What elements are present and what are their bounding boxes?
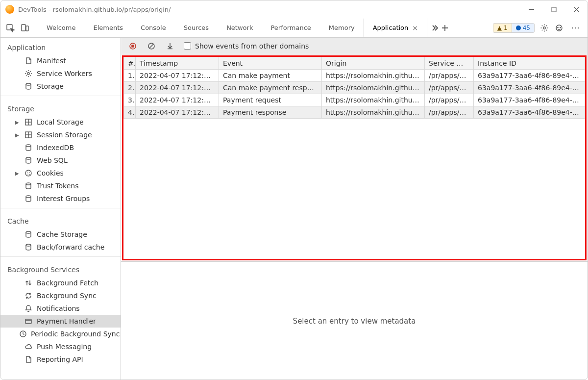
tab-network[interactable]: Network xyxy=(218,18,262,37)
sidebar-item-label: Cookies xyxy=(37,169,64,177)
cell-id: 63a9a177-3aa6-4f86-89e4-1… xyxy=(474,70,585,82)
cell-ev: Can make payment response xyxy=(219,82,322,94)
cell-sw: /pr/apps/ori… xyxy=(425,94,474,106)
tab-label: Console xyxy=(141,24,166,31)
devtools-app-icon xyxy=(5,5,14,14)
col-num[interactable]: # xyxy=(124,57,136,70)
window-close-button[interactable] xyxy=(565,0,588,18)
tab-application[interactable]: Application × xyxy=(364,18,427,37)
cell-sw: /pr/apps/ori… xyxy=(425,70,474,82)
more-tabs-icon[interactable] xyxy=(430,23,440,33)
db-icon xyxy=(24,194,33,203)
sidebar-item-cookies[interactable]: ▶Cookies xyxy=(0,167,121,179)
col-event[interactable]: Event xyxy=(219,57,322,70)
file-icon xyxy=(24,355,33,364)
card-icon xyxy=(24,317,33,326)
sidebar-item-back-forward-cache[interactable]: Back/forward cache xyxy=(0,241,121,253)
tab-label: Network xyxy=(226,24,253,31)
events-table[interactable]: # Timestamp Event Origin Service Wor… In… xyxy=(123,57,585,119)
sidebar-item-trust-tokens[interactable]: Trust Tokens xyxy=(0,179,121,192)
cell-ts: 2022-04-07 17:12:13.6… xyxy=(136,94,219,106)
tab-memory[interactable]: Memory xyxy=(320,18,364,37)
col-sw[interactable]: Service Wor… xyxy=(425,57,474,70)
save-button[interactable] xyxy=(165,41,175,51)
svg-point-4 xyxy=(543,26,545,28)
table-row[interactable]: 32022-04-07 17:12:13.6…Payment requestht… xyxy=(124,94,585,106)
application-sidebar[interactable]: Application ManifestService WorkersStora… xyxy=(0,38,121,380)
cell-or: https://rsolomakhin.github.io/ xyxy=(322,106,425,119)
sync-icon xyxy=(24,291,33,300)
tab-elements[interactable]: Elements xyxy=(84,18,132,37)
tab-sources[interactable]: Sources xyxy=(175,18,218,37)
close-icon[interactable]: × xyxy=(412,24,418,32)
sidebar-item-cache-storage[interactable]: Cache Storage xyxy=(0,228,121,241)
col-timestamp[interactable]: Timestamp xyxy=(136,57,219,70)
table-row[interactable]: 22022-04-07 17:12:12.2…Can make payment … xyxy=(124,82,585,94)
db-icon xyxy=(24,156,33,165)
expand-icon[interactable]: ▶ xyxy=(15,171,20,176)
events-table-highlight: # Timestamp Event Origin Service Wor… In… xyxy=(122,55,587,260)
sidebar-item-local-storage[interactable]: ▶Local Storage xyxy=(0,116,121,128)
detail-pane: Select an entry to view metadata xyxy=(121,261,588,380)
sidebar-item-storage[interactable]: Storage xyxy=(0,80,121,93)
device-toolbar-icon[interactable] xyxy=(20,23,30,33)
sidebar-item-periodic-background-sync[interactable]: Periodic Background Sync xyxy=(0,328,121,340)
warnings-chip[interactable]: ▲ 1 xyxy=(493,24,512,32)
sidebar-item-label: Push Messaging xyxy=(37,343,92,351)
table-row[interactable]: 42022-04-07 17:12:13.6…Payment responseh… xyxy=(124,106,585,119)
updown-icon xyxy=(24,279,33,287)
file-icon xyxy=(24,56,33,65)
issue-counters[interactable]: ▲ 1 45 xyxy=(493,23,535,33)
window-maximize-button[interactable] xyxy=(542,0,565,18)
sidebar-item-notifications[interactable]: Notifications xyxy=(0,302,121,315)
sidebar-section-application: Application xyxy=(0,38,121,54)
sidebar-item-interest-groups[interactable]: Interest Groups xyxy=(0,192,121,205)
table-row[interactable]: 12022-04-07 17:12:12.2…Can make paymenth… xyxy=(124,70,585,82)
tab-welcome[interactable]: Welcome xyxy=(38,18,84,37)
db-icon xyxy=(24,181,33,190)
sidebar-item-label: Local Storage xyxy=(37,118,84,126)
inspect-element-icon[interactable] xyxy=(5,23,15,33)
sidebar-item-reporting-api[interactable]: Reporting API xyxy=(0,353,121,366)
show-other-domains-checkbox[interactable] xyxy=(184,42,191,50)
sidebar-item-web-sql[interactable]: Web SQL xyxy=(0,154,121,167)
clear-button[interactable] xyxy=(147,41,156,51)
window-minimize-button[interactable] xyxy=(520,0,542,18)
record-button[interactable] xyxy=(128,41,138,51)
info-icon xyxy=(516,25,521,30)
grid-icon xyxy=(24,118,33,127)
svg-rect-0 xyxy=(552,7,556,12)
show-other-domains-toggle[interactable]: Show events from other domains xyxy=(184,42,309,50)
overflow-menu-icon[interactable]: ⋯ xyxy=(569,23,583,33)
col-origin[interactable]: Origin xyxy=(322,57,425,70)
cell-ts: 2022-04-07 17:12:12.2… xyxy=(136,70,219,82)
svg-point-6 xyxy=(558,27,558,27)
tab-console[interactable]: Console xyxy=(132,18,175,37)
add-tab-icon[interactable] xyxy=(440,23,450,33)
settings-icon[interactable] xyxy=(539,23,549,33)
sidebar-item-indexeddb[interactable]: IndexedDB xyxy=(0,141,121,154)
sidebar-item-background-fetch[interactable]: Background Fetch xyxy=(0,277,121,289)
cell-n: 1 xyxy=(124,70,136,82)
feedback-icon[interactable] xyxy=(554,23,564,33)
panel-tabstrip: Welcome Elements Console Sources Network… xyxy=(0,18,588,38)
sidebar-item-manifest[interactable]: Manifest xyxy=(0,54,121,67)
col-instance[interactable]: Instance ID xyxy=(474,57,585,70)
expand-icon[interactable]: ▶ xyxy=(15,132,20,138)
sidebar-item-payment-handler[interactable]: Payment Handler xyxy=(0,315,121,328)
cell-n: 4 xyxy=(124,106,136,119)
cell-ts: 2022-04-07 17:12:13.6… xyxy=(136,106,219,119)
sidebar-item-background-sync[interactable]: Background Sync xyxy=(0,289,121,302)
sidebar-item-push-messaging[interactable]: Push Messaging xyxy=(0,340,121,353)
db-icon xyxy=(24,230,33,239)
bell-icon xyxy=(24,304,33,313)
tab-label: Application xyxy=(373,24,409,31)
expand-icon[interactable]: ▶ xyxy=(15,120,20,125)
tab-label: Elements xyxy=(93,24,123,31)
info-chip[interactable]: 45 xyxy=(512,24,534,32)
sidebar-item-label: Web SQL xyxy=(37,156,68,164)
tab-label: Memory xyxy=(329,24,355,31)
sidebar-item-session-storage[interactable]: ▶Session Storage xyxy=(0,128,121,141)
tab-performance[interactable]: Performance xyxy=(262,18,319,37)
sidebar-item-service-workers[interactable]: Service Workers xyxy=(0,67,121,80)
